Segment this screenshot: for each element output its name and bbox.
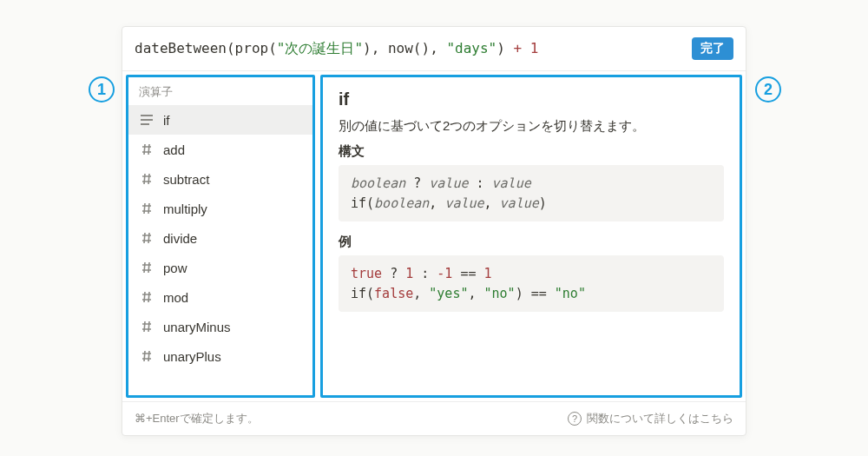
keyboard-hint: ⌘+Enterで確定します。 — [135, 411, 259, 426]
svg-rect-0 — [141, 115, 153, 116]
footer: ⌘+Enterで確定します。 ? 関数について詳しくはこちら — [122, 401, 746, 435]
formula-editor: dateBetween(prop("次の誕生日"), now(), "days"… — [122, 26, 746, 436]
operator-item-if[interactable]: if — [128, 105, 312, 135]
hash-icon — [139, 348, 155, 364]
operator-item-add[interactable]: add — [128, 135, 312, 164]
detail-title: if — [339, 89, 724, 109]
help-link-label: 関数について詳しくはこちら — [587, 411, 733, 426]
operator-item-multiply[interactable]: multiply — [128, 194, 312, 223]
detail-description: 別の値に基づいて2つのオプションを切り替えます。 — [339, 118, 724, 135]
operator-label: unaryPlus — [163, 349, 221, 364]
svg-rect-2 — [141, 123, 149, 125]
example-block: true ? 1 : -1 == 1 if(false, "yes", "no"… — [339, 255, 724, 312]
hash-icon — [139, 230, 155, 246]
operator-item-unaryplus[interactable]: unaryPlus — [128, 341, 312, 371]
operator-label: unaryMinus — [163, 320, 231, 334]
help-icon: ? — [568, 412, 582, 426]
formula-input[interactable]: dateBetween(prop("次の誕生日"), now(), "days"… — [135, 40, 685, 58]
operator-label: multiply — [163, 202, 207, 216]
syntax-heading: 構文 — [339, 143, 724, 160]
operator-label: if — [163, 113, 170, 128]
detail-panel: if 別の値に基づいて2つのオプションを切り替えます。 構文 boolean ?… — [320, 75, 742, 398]
operator-label: divide — [163, 231, 197, 246]
operator-item-pow[interactable]: pow — [128, 253, 312, 282]
hash-icon — [139, 201, 155, 216]
operator-panel: 演算子 if add su — [126, 75, 315, 398]
operator-item-divide[interactable]: divide — [128, 223, 312, 253]
annotation-1: 1 — [89, 76, 115, 102]
operator-list[interactable]: if add subtract — [128, 105, 312, 395]
lines-icon — [139, 112, 155, 128]
done-button[interactable]: 完了 — [692, 37, 733, 60]
hash-icon — [139, 142, 155, 157]
hash-icon — [139, 260, 155, 275]
panels: 演算子 if add su — [122, 71, 746, 401]
svg-rect-1 — [141, 119, 153, 121]
syntax-block: boolean ? value : value if(boolean, valu… — [339, 165, 724, 221]
hash-icon — [139, 289, 155, 305]
formula-input-row: dateBetween(prop("次の誕生日"), now(), "days"… — [122, 27, 746, 71]
hash-icon — [139, 171, 155, 187]
operator-item-mod[interactable]: mod — [128, 282, 312, 312]
example-heading: 例 — [339, 234, 724, 250]
operator-label: add — [163, 142, 185, 157]
annotation-2: 2 — [755, 76, 781, 102]
operator-item-subtract[interactable]: subtract — [128, 164, 312, 194]
hash-icon — [139, 319, 155, 334]
operator-item-unaryminus[interactable]: unaryMinus — [128, 312, 312, 341]
operator-panel-header: 演算子 — [128, 77, 312, 105]
operator-label: subtract — [163, 172, 209, 187]
operator-label: pow — [163, 261, 187, 275]
help-link[interactable]: ? 関数について詳しくはこちら — [568, 411, 733, 426]
operator-label: mod — [163, 290, 188, 305]
